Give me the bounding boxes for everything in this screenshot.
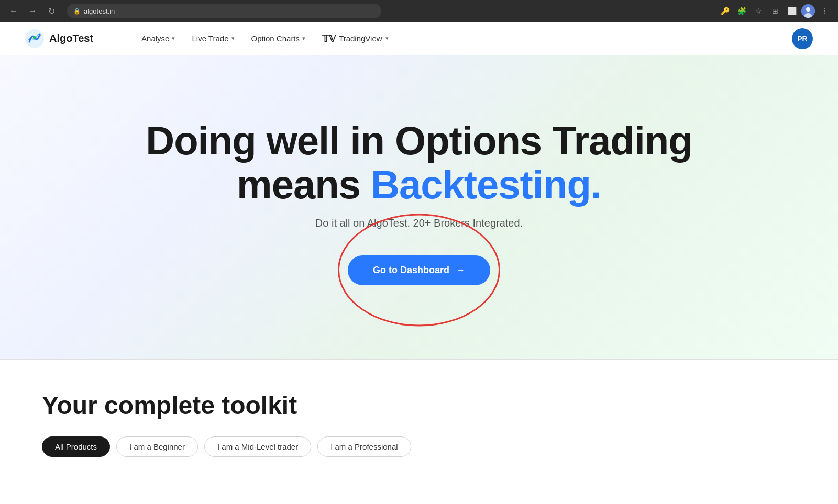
back-button[interactable]: ←: [6, 4, 21, 18]
address-bar[interactable]: 🔒 algotest.in: [67, 4, 381, 18]
go-to-dashboard-button[interactable]: Go to Dashboard →: [348, 255, 490, 285]
hero-section: Doing well in Options Trading means Back…: [0, 55, 838, 359]
nav-analyse-label: Analyse: [141, 34, 169, 43]
analyse-chevron-icon: ▾: [172, 35, 175, 42]
nav-live-trade-label: Live Trade: [192, 34, 228, 43]
nav-option-charts[interactable]: Option Charts ▾: [245, 30, 312, 47]
hero-title: Doing well in Options Trading means Back…: [146, 119, 692, 206]
tab-mid-level[interactable]: I am a Mid-Level trader: [204, 436, 311, 457]
tab-professional[interactable]: I am a Professional: [317, 436, 411, 457]
live-trade-chevron-icon: ▾: [231, 35, 235, 42]
lock-icon: 🔒: [73, 8, 81, 15]
browser-profile[interactable]: [801, 4, 815, 18]
tab-beginner[interactable]: I am a Beginner: [116, 436, 198, 457]
nav-live-trade[interactable]: Live Trade ▾: [185, 30, 240, 47]
toolkit-tabs: All Products I am a Beginner I am a Mid-…: [42, 436, 796, 457]
logo-text: AlgoTest: [49, 32, 93, 44]
extension-icon[interactable]: 🧩: [734, 4, 749, 18]
hero-title-line1: Doing well in Options Trading: [146, 118, 692, 163]
cta-arrow-icon: →: [456, 265, 465, 276]
cta-label: Go to Dashboard: [373, 265, 449, 276]
hero-cta-wrapper: Go to Dashboard →: [348, 255, 490, 285]
browser-chrome: ← → ↻ 🔒 algotest.in 🔑 🧩 ☆ ⊞ ⬜ ⋮: [0, 0, 838, 22]
user-avatar[interactable]: PR: [792, 28, 813, 49]
bookmark-icon[interactable]: ☆: [751, 4, 766, 18]
hero-title-highlight: Backtesting.: [371, 162, 601, 207]
option-charts-chevron-icon: ▾: [302, 35, 305, 42]
hero-subtitle: Do it all on AlgoTest. 20+ Brokers Integ…: [315, 217, 523, 229]
tradingview-chevron-icon: ▾: [385, 35, 389, 42]
nav-option-charts-label: Option Charts: [251, 34, 300, 43]
navbar: AlgoTest Analyse ▾ Live Trade ▾ Option C…: [0, 22, 838, 55]
menu-icon[interactable]: ⋮: [817, 4, 832, 18]
password-manager-icon[interactable]: 🔑: [718, 4, 732, 18]
refresh-button[interactable]: ↻: [44, 4, 59, 18]
svg-point-1: [806, 7, 810, 12]
nav-tradingview[interactable]: 𝕋𝕍 TradingView ▾: [316, 29, 395, 49]
logo-icon: [25, 29, 44, 48]
navbar-right: PR: [792, 28, 813, 49]
logo-link[interactable]: AlgoTest: [25, 29, 93, 48]
extensions-icon[interactable]: ⊞: [768, 4, 782, 18]
split-screen-icon[interactable]: ⬜: [785, 4, 799, 18]
forward-button[interactable]: →: [25, 4, 40, 18]
tradingview-logo-icon: 𝕋𝕍: [322, 33, 336, 44]
nav-links: Analyse ▾ Live Trade ▾ Option Charts ▾ 𝕋…: [135, 29, 395, 49]
nav-tradingview-label: TradingView: [339, 34, 382, 43]
browser-toolbar: 🔑 🧩 ☆ ⊞ ⬜ ⋮: [718, 4, 832, 18]
tab-all-products[interactable]: All Products: [42, 436, 110, 457]
nav-analyse[interactable]: Analyse ▾: [135, 30, 181, 47]
toolkit-section: Your complete toolkit All Products I am …: [0, 360, 838, 478]
hero-title-prefix: means: [237, 162, 371, 207]
toolkit-title: Your complete toolkit: [42, 391, 796, 420]
url-text: algotest.in: [84, 7, 115, 15]
